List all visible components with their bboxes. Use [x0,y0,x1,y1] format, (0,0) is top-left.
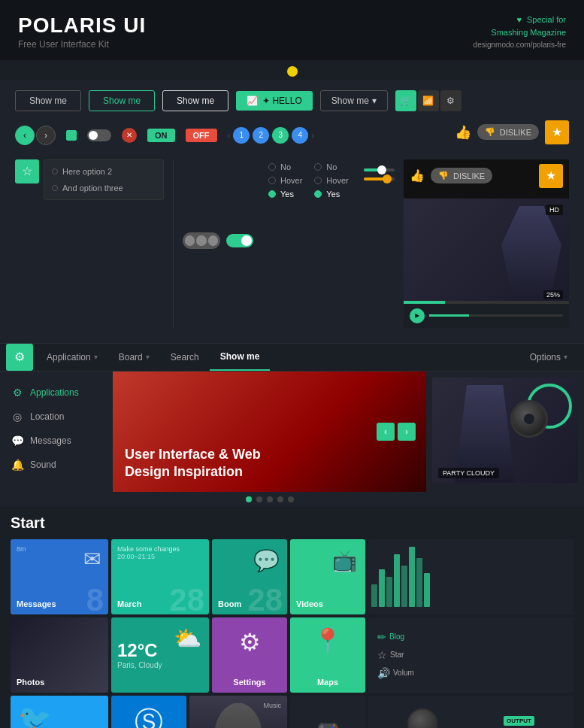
sidebar-item-applications[interactable]: ⚙ Applications [0,381,113,405]
star-button[interactable]: ★ [545,120,569,144]
weather-tile[interactable]: ⛅ 12°C Paris, Cloudy [111,617,209,693]
radio-no-1[interactable]: No [268,162,302,171]
thumbs-up-button[interactable]: 👍 [455,124,471,141]
sidebar-item-sound[interactable]: 🔔 Sound [0,453,113,477]
nav-show-me[interactable]: Show me [210,344,271,371]
dot-2[interactable] [256,496,262,502]
show-me-button-3[interactable]: Show me [162,90,228,111]
star-item[interactable]: ☆ Star [377,649,564,661]
carousel-slide: User Interface & Web Design Inspiration … [113,372,426,492]
reverb-knob-group: REVERB MAX [407,708,437,729]
photos-tile[interactable]: Photos [11,617,108,693]
dot-4[interactable] [277,496,283,502]
step-chevron-right[interactable]: › [311,131,314,140]
step-1[interactable]: 1 [233,127,250,144]
nav-options[interactable]: Options ▾ [519,344,578,370]
twitter-tile[interactable]: 🐦 Twitter [11,696,108,729]
nav-board[interactable]: Board ▾ [108,344,160,370]
slide-toggle[interactable] [226,234,253,247]
step-chevron-left[interactable]: ‹ [228,131,231,140]
video-thumbs-up[interactable]: 👍 [410,168,425,183]
radio-yes-2[interactable]: Yes [314,190,348,199]
play-button[interactable]: ▶ [410,308,425,323]
close-button[interactable]: ✕ [122,128,137,143]
tiles-row-2: Photos ⛅ 12°C Paris, Cloudy ⚙ Settings 📍… [11,617,573,693]
calendar-number: 28 [169,582,204,614]
reverb-knob[interactable] [407,708,437,729]
sidebar-item-messages[interactable]: 💬 Messages [0,429,113,453]
dot-3[interactable] [267,496,273,502]
slider-track-2[interactable] [364,177,395,180]
carousel-prev[interactable]: ‹ [377,423,395,441]
show-me-button-2[interactable]: Show me [89,90,155,111]
step-4[interactable]: 4 [292,127,308,144]
maps-tile[interactable]: 📍 Maps [290,617,365,693]
radio-yes-1[interactable]: Yes [268,190,302,199]
calendar-label: March [117,599,203,608]
signal-icon-button[interactable]: 📶 [418,90,439,111]
show-me-dropdown[interactable]: Show me ▾ [320,90,388,111]
dot-5[interactable] [288,496,294,502]
nav-arrows: ‹ › [15,126,56,145]
volume-icon: 🔊 [377,667,390,679]
person-tile[interactable]: Music [189,696,287,729]
dot-1[interactable] [246,496,252,502]
step-3[interactable]: 3 [272,127,289,144]
nav-search[interactable]: Search [160,344,210,370]
off-toggle[interactable]: OFF [186,129,217,142]
nav-application[interactable]: Application ▾ [36,344,108,370]
weather-temp: 12°C [117,640,158,661]
gear-icon-button[interactable]: ⚙ [440,90,461,111]
weather-cloud-icon: ⛅ [174,625,201,651]
navbar-gear-button[interactable]: ⚙ [6,344,33,371]
video-progress[interactable] [404,301,569,304]
content-row: ⚙ Applications ◎ Location 💬 Messages 🔔 S… [0,372,584,507]
video-time-bar[interactable] [429,314,563,317]
carousel-text: User Interface & Web Design Inspiration [125,446,298,481]
radio-hover-2[interactable]: Hover [314,176,348,185]
video-card: 👍 👎 DISLIKE ★ HD 25% ▶ [404,159,569,328]
show-me-button-1[interactable]: Show me [15,90,81,111]
radio-no-2[interactable]: No [314,162,348,171]
boom-tile[interactable]: 28 Boom 💬 [212,539,287,614]
skype-tile[interactable]: Ⓢ Skype [111,696,186,729]
videos-tile[interactable]: 📺 Videos [290,539,365,614]
dropdown-option-2[interactable]: And option three [44,180,163,196]
vol-bar-6 [409,547,415,607]
video-dislike[interactable]: 👎 DISLIKE [431,168,492,184]
video-star[interactable]: ★ [539,164,563,188]
vol-bar-3 [386,577,392,607]
next-arrow[interactable]: › [36,126,56,145]
dislike-pill[interactable]: 👎 DISLIKE [477,124,539,140]
blog-item[interactable]: ✏ Blog [377,631,564,643]
sidebar-item-location[interactable]: ◎ Location [0,405,113,429]
blog-star-vol-panel: ✏ Blog ☆ Star 🔊 Volum [368,617,573,693]
party-cloudy-label: PARTY CLOUDY [438,468,499,478]
output-group: OUTPUT [504,716,534,728]
volume-item[interactable]: 🔊 Volum [377,667,564,679]
on-toggle[interactable]: ON [147,129,175,142]
games-tile[interactable]: 🎮 Games [290,696,365,729]
messages-tile[interactable]: ✉ 8m 8 Messages [11,539,108,614]
slider-track-1[interactable] [364,168,395,171]
checkbox-item[interactable] [66,130,77,141]
calendar-tile[interactable]: Make some changes 20:00–21:15 28 March [111,539,209,614]
triple-toggle[interactable] [183,232,220,249]
prev-arrow[interactable]: ‹ [15,126,35,145]
vol-bar-4 [394,554,400,607]
dropdown-option-1[interactable]: Here option 2 [44,163,163,180]
star-btn[interactable]: ☆ [15,159,39,184]
hello-button[interactable]: 📈 ✦ HELLO [236,91,313,111]
step-2[interactable]: 2 [253,127,269,144]
carousel-next[interactable]: › [398,423,416,441]
weather-location: Paris, Cloudy [117,661,162,669]
map-pin-icon: 📍 [313,626,343,655]
slider-1 [364,168,395,171]
settings-tile[interactable]: ⚙ Settings [212,617,287,693]
radio-hover-1[interactable]: Hover [268,176,302,185]
hd-badge: HD [546,205,563,215]
icon-button-group: 🛒 📶 ⚙ [395,90,461,111]
toggle-circle[interactable] [87,129,111,141]
pencil-icon: ✏ [377,631,386,643]
cart-icon-button[interactable]: 🛒 [395,90,416,111]
